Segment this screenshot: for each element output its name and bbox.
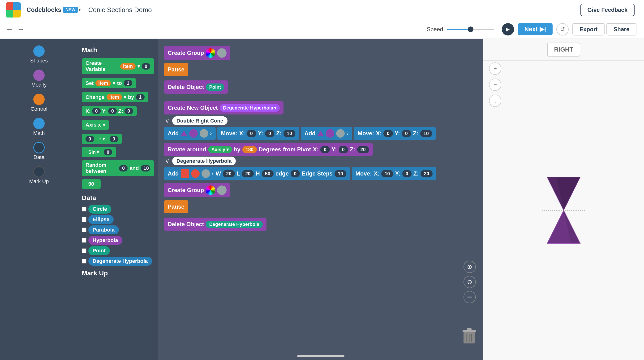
- zoom-out-canvas-button[interactable]: ⊖: [464, 276, 476, 288]
- ellipse-item[interactable]: Ellipse: [82, 215, 154, 224]
- move-z-label-2: Z:: [413, 130, 418, 137]
- sidebar-item-math[interactable]: Math: [0, 115, 78, 139]
- sidebar-item-modify[interactable]: Modify: [0, 67, 78, 91]
- move-block-2[interactable]: Move: X: 0 Y: 0 Z: 10: [354, 127, 436, 140]
- pause-block-2[interactable]: Pause: [164, 200, 188, 213]
- speed-label: Speed: [427, 26, 443, 33]
- axis-block[interactable]: Axis x ▾: [82, 120, 109, 130]
- sidebar-item-markup[interactable]: Mark Up: [0, 163, 78, 187]
- hyperbola-item[interactable]: Hyperbola: [82, 236, 154, 245]
- sidebar-item-data[interactable]: Data: [0, 139, 78, 163]
- math-left: 0: [86, 136, 94, 142]
- random-from: 0: [119, 165, 128, 171]
- reset-button[interactable]: ↺: [556, 23, 569, 36]
- export-button[interactable]: Export: [572, 23, 604, 36]
- zoom-in-canvas-button[interactable]: ⊕: [464, 261, 476, 273]
- rotate-y-label: Y:: [332, 146, 337, 153]
- rotate-axis-badge: Axis y ▾: [208, 146, 232, 153]
- sidebar-label-markup: Mark Up: [29, 178, 49, 185]
- axis-label: Axis x: [86, 122, 101, 128]
- sin-block[interactable]: Sin ▾ 0: [82, 147, 116, 157]
- random-block[interactable]: Random between 0 and 10: [82, 160, 154, 176]
- math-expr-block[interactable]: 0 + ▾ 0: [82, 134, 122, 144]
- sin-dropdown[interactable]: Sin ▾: [86, 149, 102, 155]
- create-variable-block[interactable]: Create Variable item ▾ 0: [82, 58, 154, 74]
- set-block[interactable]: Set item ▾ to 1: [82, 78, 136, 88]
- rotate-from-pivot: from Pivot: [283, 146, 311, 153]
- speed-slider[interactable]: [447, 29, 494, 30]
- circle-checkbox[interactable]: [82, 207, 86, 212]
- pause-block-1[interactable]: Pause: [164, 63, 188, 76]
- move-z-1: 10: [284, 130, 295, 137]
- move-block-1[interactable]: Move: X: 0 Y: 0 Z: 10: [217, 127, 299, 140]
- play-button[interactable]: [502, 23, 514, 36]
- delete-object-target: Point: [206, 84, 224, 91]
- purple-circle-2: [326, 129, 334, 138]
- edge-steps-value: 10: [334, 170, 346, 177]
- sidebar-label-shapes: Shapes: [30, 58, 48, 64]
- trash-button[interactable]: [462, 327, 477, 346]
- l-label: L: [237, 170, 240, 177]
- rotate-x: 0: [320, 146, 330, 153]
- circle-item[interactable]: Circle: [82, 205, 154, 214]
- rainbow-icon-1: [206, 48, 215, 58]
- add-block-2[interactable]: Add ›: [301, 127, 352, 140]
- h-label: H: [256, 170, 260, 177]
- rainbow-icon-2: [206, 186, 215, 195]
- chevron-right-2: ›: [346, 130, 348, 137]
- share-button[interactable]: Share: [606, 23, 636, 36]
- delete-object-degen-block[interactable]: Delete Object Degenerate Hyperbola: [164, 218, 266, 231]
- hourglass-svg: [533, 172, 594, 248]
- set-item-badge: item: [96, 80, 111, 86]
- ellipse-checkbox[interactable]: [82, 217, 86, 222]
- create-new-object-block[interactable]: Create New Object Degenerate Hyperbola ▾: [164, 101, 284, 114]
- rotate-x-label: X:: [313, 146, 318, 153]
- parabola-checkbox[interactable]: [82, 228, 86, 232]
- give-feedback-button[interactable]: Give Feedback: [580, 4, 634, 16]
- change-item-block[interactable]: Change item ▾ by 1: [82, 92, 148, 102]
- degen-hyperbola-item[interactable]: Degenerate Hyperbola: [82, 257, 154, 266]
- canvas-scrollbar[interactable]: [297, 355, 344, 357]
- delete-object-degen-target: Degenerate Hyperbola: [206, 221, 262, 228]
- parabola-item[interactable]: Parabola: [82, 225, 154, 234]
- forward-arrow-icon[interactable]: →: [17, 25, 24, 34]
- degen-hyperbola-checkbox[interactable]: [82, 259, 86, 264]
- point-item[interactable]: Point: [82, 246, 154, 255]
- add-block-1[interactable]: Add ›: [164, 127, 216, 140]
- move-x-3: 10: [381, 170, 393, 177]
- create-group-block-2[interactable]: Create Group: [164, 183, 230, 197]
- next-button[interactable]: Next ▶|: [518, 23, 553, 35]
- blocks-panel: Math Create Variable item ▾ 0 Set item ▾…: [78, 39, 158, 360]
- move-x-1: 0: [247, 130, 256, 137]
- purple-circle-1: [189, 129, 198, 138]
- gray-circle-2: [336, 129, 345, 138]
- value-90-block[interactable]: 90: [82, 179, 101, 189]
- brand-dropdown-icon[interactable]: ▾: [79, 8, 80, 12]
- rotate-block[interactable]: Rotate around Axis y ▾ by 180 Degrees fr…: [164, 143, 373, 156]
- move-block-3[interactable]: Move: X: 10 Y: 0 Z: 20: [352, 167, 436, 180]
- red-square-icon: [181, 169, 189, 178]
- new-badge: NEW: [63, 7, 78, 13]
- xyz-block[interactable]: X: 0 Y: 0 Z: 0: [82, 106, 137, 116]
- x-value: 0: [92, 108, 101, 114]
- delete-object-point-block[interactable]: Delete Object Point: [164, 80, 228, 94]
- back-arrow-icon[interactable]: ←: [6, 25, 13, 34]
- move-y-1: 0: [265, 130, 274, 137]
- sidebar-item-shapes[interactable]: Shapes: [0, 43, 78, 67]
- degen-hyperbola-comment: Degenerate Hyperbola: [172, 156, 236, 165]
- w-label: W: [216, 170, 221, 177]
- hyperbola-checkbox[interactable]: [82, 238, 86, 243]
- edge-steps-label: Edge Steps: [302, 170, 333, 177]
- logo: [6, 2, 21, 18]
- z-value: 0: [124, 108, 133, 114]
- move-z-label-3: Z:: [414, 170, 419, 177]
- reset-canvas-zoom-button[interactable]: ═: [464, 291, 476, 303]
- move-z-label-1: Z:: [276, 130, 282, 137]
- create-group-block-1[interactable]: Create Group: [164, 46, 230, 60]
- point-checkbox[interactable]: [82, 248, 86, 253]
- math-op-badge[interactable]: + ▾: [96, 135, 108, 142]
- sidebar-item-control[interactable]: Control: [0, 91, 78, 115]
- add-label-2: Add: [304, 130, 316, 137]
- comment-slash-2: //: [166, 158, 169, 164]
- add-shape-block[interactable]: Add ‹ W 20 L 20 H 50 edge 0 Edge Steps 1…: [164, 167, 350, 180]
